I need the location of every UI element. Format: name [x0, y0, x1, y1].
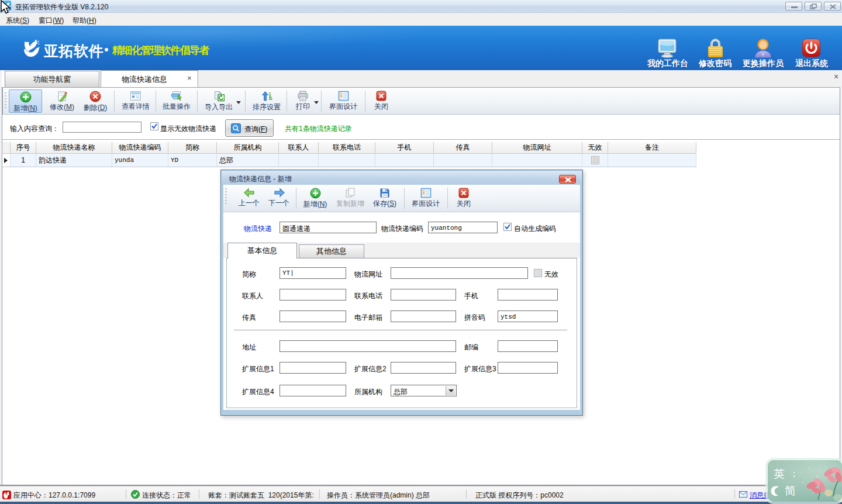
svg-text:简: 简 — [785, 485, 796, 497]
svg-text:；: ； — [789, 468, 799, 478]
svg-text:英: 英 — [774, 468, 785, 480]
